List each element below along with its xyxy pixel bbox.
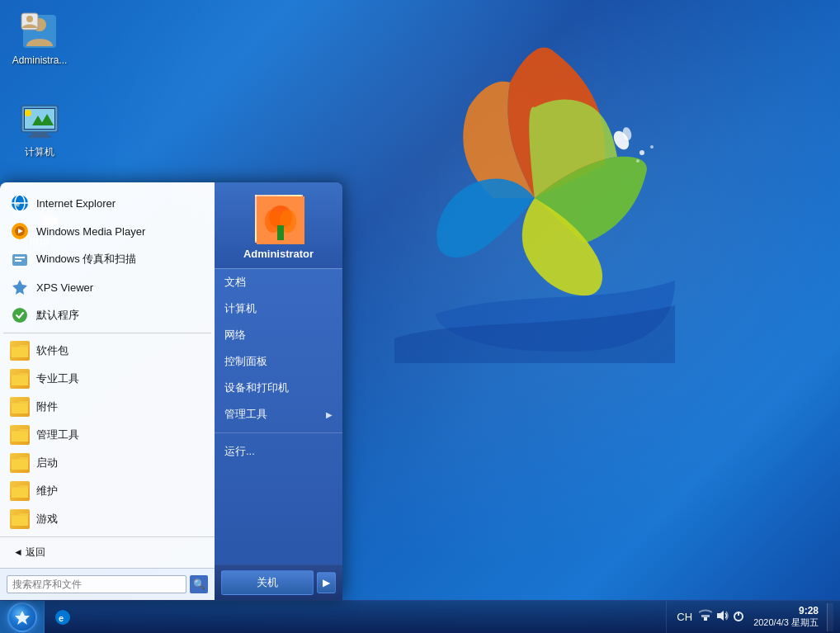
svg-marker-53 [717,611,724,621]
right-menu-run[interactable]: 运行... [215,438,342,465]
svg-rect-44 [12,404,28,413]
svg-point-16 [25,110,31,116]
menu-divider-1 [3,333,211,333]
svg-point-3 [650,145,654,149]
menu-item-wmp[interactable]: Windows Media Player [3,217,211,245]
administrator-icon [20,12,59,51]
right-menu-documents[interactable]: 文档 [215,269,342,295]
shutdown-button[interactable]: 关机 [221,570,314,595]
folder-rjb-icon [10,341,30,361]
svg-marker-40 [12,280,27,295]
menu-item-ie[interactable]: e Internet Explorer [3,189,211,217]
administrator-label: Administra... [12,54,68,66]
menu-item-glgj[interactable]: 管理工具 [3,421,211,449]
tray-date: 2020/4/3 星期五 [753,616,819,629]
taskbar-ie[interactable]: e [48,603,78,631]
user-photo-area: Administrator [215,182,342,268]
folder-qd-icon [10,453,30,473]
fax-icon [10,249,30,269]
menu-item-yx[interactable]: 游戏 [3,505,211,533]
folder-glgj-icon [10,425,30,445]
svg-text:e: e [59,613,64,623]
menu-item-fax[interactable]: Windows 传真和扫描 [3,245,211,273]
tray-clock[interactable]: 9:28 2020/4/3 星期五 [748,605,823,629]
svg-rect-46 [12,460,28,470]
svg-point-2 [639,150,644,155]
svg-rect-39 [15,260,21,262]
shutdown-bar: 关机 ▶ [215,565,342,600]
xps-icon [10,277,30,297]
back-button[interactable]: ◄ 返回 [7,541,208,565]
menu-item-rjb[interactable]: 软件包 [3,337,211,365]
svg-rect-29 [277,225,284,240]
right-menu-devices[interactable]: 设备和打印机 [215,375,342,401]
svg-rect-48 [12,516,28,526]
svg-rect-51 [704,617,707,621]
right-menu-computer[interactable]: 计算机 [215,295,342,322]
default-icon [10,305,30,325]
svg-rect-11 [31,132,48,135]
svg-rect-43 [12,376,28,385]
start-menu-left: e Internet Explorer Windows Media P [0,182,215,600]
taskbar-items: e [45,603,666,631]
menu-item-qd[interactable]: 启动 [3,449,211,477]
search-input[interactable] [7,575,186,593]
folder-wh-icon [10,481,30,501]
right-divider [215,432,342,433]
svg-point-4 [636,159,639,163]
desktop: Administra... 计算机 [0,0,840,633]
start-orb [7,602,37,632]
svg-rect-12 [28,135,51,138]
menu-item-xps[interactable]: XPS Viewer [3,273,211,301]
tray-volume-icon[interactable] [715,609,729,625]
svg-rect-45 [12,432,28,442]
taskbar: e CH [0,600,840,633]
user-avatar [255,195,303,243]
windows-logo [394,33,675,363]
username-display: Administrator [243,248,314,260]
start-button[interactable] [0,601,45,634]
start-menu: Administrator 文档 计算机 网络 控制面板 设备和打印机 管理工具… [0,182,342,600]
svg-rect-47 [12,488,28,498]
svg-text:e: e [16,200,20,208]
ie-icon: e [10,193,30,213]
system-tray: CH [666,601,840,634]
menu-item-fj[interactable]: 附件 [3,393,211,421]
svg-rect-52 [701,615,710,617]
svg-rect-42 [12,347,28,357]
wmp-icon [10,221,30,241]
right-menu-network[interactable]: 网络 [215,322,342,348]
search-button[interactable]: 🔍 [190,575,208,593]
right-menu-manage[interactable]: 管理工具 ▶ [215,401,342,428]
shutdown-arrow-button[interactable]: ▶ [317,572,336,593]
desktop-icon-computer[interactable]: 计算机 [7,99,73,163]
right-menu-control[interactable]: 控制面板 [215,348,342,375]
tray-time: 9:28 [799,605,819,616]
svg-point-8 [26,16,33,22]
tray-network-icon[interactable] [699,609,712,625]
tray-language[interactable]: CH [673,611,696,623]
menu-item-wh[interactable]: 维护 [3,477,211,505]
tray-power-icon[interactable] [732,609,745,625]
menu-item-default[interactable]: 默认程序 [3,301,211,329]
svg-point-41 [12,308,27,323]
back-section: ◄ 返回 [0,536,215,568]
start-menu-right: Administrator 文档 计算机 网络 控制面板 设备和打印机 管理工具… [215,182,342,600]
computer-label: 计算机 [25,145,54,159]
search-bar: 🔍 [0,568,215,600]
svg-rect-38 [15,257,25,258]
folder-fj-icon [10,397,30,417]
computer-icon [20,102,59,142]
desktop-icon-administrator[interactable]: Administra... [7,8,73,69]
start-menu-programs: e Internet Explorer Windows Media P [0,182,215,536]
folder-zygj-icon [10,369,30,389]
folder-yx-icon [10,509,30,529]
menu-item-zygj[interactable]: 专业工具 [3,365,211,393]
show-desktop-button[interactable] [827,603,833,631]
